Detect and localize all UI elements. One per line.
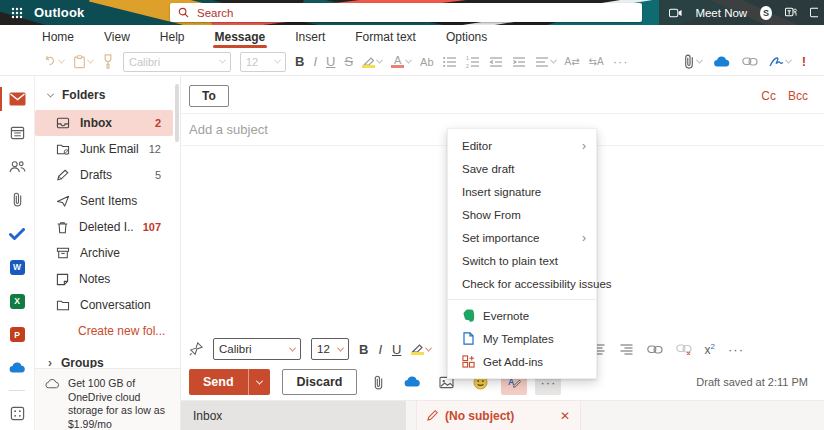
teams-icon[interactable]	[785, 6, 797, 19]
font-size-select[interactable]: 12	[240, 52, 286, 72]
menu-item-save-draft[interactable]: Save draft	[448, 157, 596, 180]
underline-icon[interactable]: U	[392, 342, 401, 357]
tab-view[interactable]: View	[102, 28, 132, 48]
font-name-value: Calibri	[129, 56, 160, 68]
menu-item-get-addins[interactable]: Get Add-ins	[448, 350, 596, 373]
font-name-select[interactable]: Calibri	[123, 52, 231, 72]
importance-high-icon[interactable]: !	[802, 54, 806, 69]
tab-help[interactable]: Help	[158, 28, 187, 48]
left-to-right-icon[interactable]: A⇄	[565, 56, 580, 67]
onedrive-module-icon[interactable]	[0, 352, 35, 386]
insert-link-icon[interactable]	[647, 345, 663, 354]
more-apps-edge-icon[interactable]	[810, 6, 818, 19]
paste-button[interactable]	[73, 55, 93, 69]
menu-item-insert-signature[interactable]: Insert signature	[448, 180, 596, 203]
folder-junk-email[interactable]: Junk Email 12	[35, 136, 173, 162]
to-button[interactable]: To	[189, 85, 229, 107]
align-right-icon[interactable]	[619, 343, 634, 355]
word-module-icon[interactable]: W	[0, 251, 35, 285]
skype-icon[interactable]: S	[760, 6, 772, 20]
superscript-icon[interactable]: x2	[705, 342, 715, 357]
tab-format-text[interactable]: Format text	[353, 28, 418, 48]
top-header: Outlook Meet Now S	[0, 0, 824, 25]
highlight-color-button[interactable]	[362, 56, 382, 68]
search-bar[interactable]	[170, 3, 642, 22]
tab-home[interactable]: Home	[40, 28, 76, 48]
format-painter-icon[interactable]	[189, 342, 203, 356]
bold-icon[interactable]: B	[359, 342, 368, 357]
folder-scrollbar[interactable]	[175, 84, 179, 142]
right-to-left-icon[interactable]: ⇆A	[589, 56, 604, 67]
calendar-module-icon[interactable]	[0, 116, 35, 150]
italic-icon[interactable]: I	[378, 342, 382, 357]
decrease-indent-icon[interactable]	[489, 56, 503, 68]
groups-section-header[interactable]: › Groups	[35, 344, 180, 370]
font-size-select[interactable]: 12	[311, 338, 349, 360]
submenu-chevron-icon: ›	[582, 139, 586, 153]
folder-archive[interactable]: Archive	[35, 240, 173, 266]
people-module-icon[interactable]	[0, 149, 35, 183]
tab-message[interactable]: Message	[213, 28, 268, 48]
attach-file-button[interactable]	[365, 369, 391, 395]
bottom-tab-strip: Inbox (No subject) ✕	[181, 400, 824, 430]
meet-now-label[interactable]: Meet Now	[695, 7, 747, 19]
send-dropdown[interactable]	[248, 369, 270, 395]
numbered-list-icon[interactable]: 12	[466, 56, 480, 68]
highlight-color-button[interactable]	[411, 343, 431, 355]
undo-button[interactable]	[42, 55, 64, 69]
font-color-button[interactable]: A	[391, 55, 411, 68]
underline-icon[interactable]: U	[326, 54, 335, 69]
signature-pen-button[interactable]	[769, 56, 791, 68]
more-apps-icon[interactable]	[0, 396, 35, 430]
app-launcher-icon[interactable]	[0, 0, 34, 25]
folder-drafts[interactable]: Drafts 5	[35, 162, 173, 188]
align-button[interactable]	[535, 56, 556, 68]
tab-insert[interactable]: Insert	[293, 28, 327, 48]
menu-item-evernote[interactable]: Evernote	[448, 304, 596, 327]
search-input[interactable]	[197, 7, 634, 19]
mail-module-icon[interactable]	[0, 82, 35, 116]
menu-item-switch-plain-text[interactable]: Switch to plain text	[448, 249, 596, 272]
onedrive-attach-button[interactable]	[399, 369, 425, 395]
attach-file-button[interactable]	[683, 54, 702, 69]
discard-button[interactable]: Discard	[282, 369, 358, 395]
folder-notes[interactable]: Notes	[35, 266, 173, 292]
menu-item-my-templates[interactable]: My Templates	[448, 327, 596, 350]
folder-conversation-history[interactable]: Conversation...	[35, 292, 173, 318]
draft-message-tab[interactable]: (No subject) ✕	[416, 401, 581, 430]
bold-icon[interactable]: B	[295, 54, 304, 69]
bcc-link[interactable]: Bcc	[788, 89, 808, 103]
onedrive-icon[interactable]	[713, 56, 731, 68]
folders-section-header[interactable]: Folders	[35, 84, 180, 110]
menu-item-check-accessibility[interactable]: Check for accessibility issues	[448, 272, 596, 295]
more-formatting-icon[interactable]: ···	[613, 54, 629, 69]
powerpoint-module-icon[interactable]: P	[0, 318, 35, 352]
meet-now-camera-icon[interactable]	[669, 8, 682, 18]
folder-sent-items[interactable]: Sent Items	[35, 188, 173, 214]
strikethrough-icon[interactable]: S	[344, 54, 353, 69]
todo-module-icon[interactable]	[0, 217, 35, 251]
cc-link[interactable]: Cc	[761, 89, 776, 103]
menu-item-editor[interactable]: Editor ›	[448, 134, 596, 157]
folder-deleted-items[interactable]: Deleted I... 107	[35, 214, 173, 240]
onedrive-ad[interactable]: Get 100 GB of OneDrive cloud storage for…	[35, 368, 180, 430]
menu-item-set-importance[interactable]: Set importance ›	[448, 226, 596, 249]
link-icon[interactable]	[742, 57, 758, 66]
more-options-icon[interactable]: ···	[728, 342, 744, 357]
files-module-icon[interactable]	[0, 183, 35, 217]
menu-item-show-from[interactable]: Show From	[448, 203, 596, 226]
folder-inbox[interactable]: Inbox 2	[35, 110, 173, 136]
remove-link-icon[interactable]	[676, 344, 692, 355]
font-name-select[interactable]: Calibri	[213, 338, 301, 360]
send-button[interactable]: Send	[189, 369, 270, 395]
italic-icon[interactable]: I	[313, 54, 317, 69]
create-new-folder-link[interactable]: Create new fol...	[35, 318, 180, 344]
bullet-list-icon[interactable]	[443, 56, 457, 68]
tab-options[interactable]: Options	[444, 28, 489, 48]
close-tab-icon[interactable]: ✕	[560, 409, 570, 423]
increase-indent-icon[interactable]	[512, 56, 526, 68]
excel-module-icon[interactable]: X	[0, 284, 35, 318]
format-painter-icon[interactable]	[102, 54, 114, 69]
inbox-tab[interactable]: Inbox	[181, 401, 406, 430]
clear-formatting-icon[interactable]: Ab	[420, 56, 433, 68]
